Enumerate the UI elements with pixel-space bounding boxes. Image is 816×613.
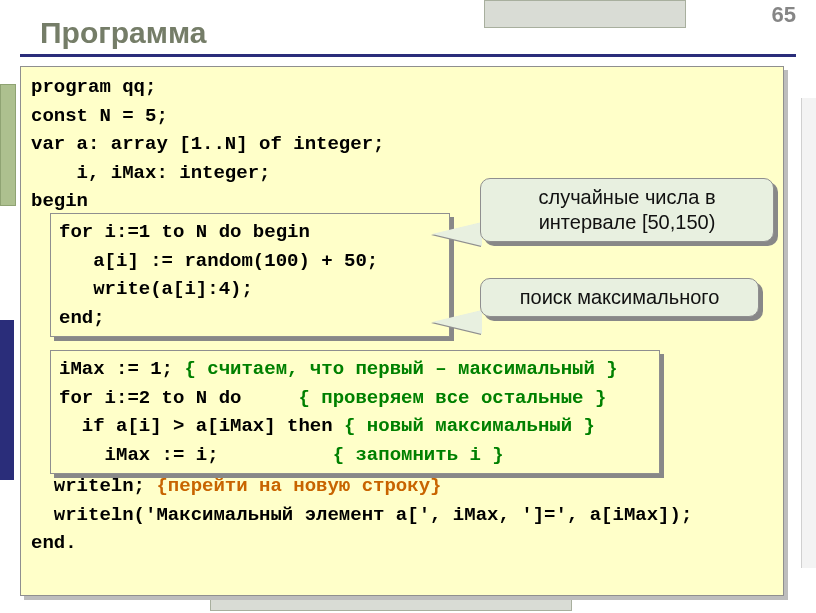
- spacer: [31, 333, 42, 355]
- spacer: [31, 276, 42, 298]
- code: iMax := 1; { считаем, что первый – макси…: [59, 355, 651, 469]
- decor-bottom: [210, 599, 572, 611]
- spacer: [31, 361, 42, 383]
- line: for i:=1 to N do begin: [59, 221, 310, 243]
- spacer: [31, 304, 42, 326]
- callout-random-range: случайные числа в интервале [50,150): [480, 178, 774, 242]
- line: const N = 5;: [31, 105, 168, 127]
- line: writeln;: [31, 475, 156, 497]
- callout-tail-icon: [432, 310, 482, 334]
- slide-title: Программа: [40, 16, 206, 50]
- comment: { считаем, что первый – максимальный }: [184, 358, 617, 380]
- code-inset-max: iMax := 1; { считаем, что первый – макси…: [50, 350, 660, 474]
- line: a[i] := random(100) + 50;: [59, 250, 378, 272]
- line: for i:=2 to N do: [59, 387, 298, 409]
- code: for i:=1 to N do begin a[i] := random(10…: [59, 218, 441, 332]
- line: write(a[i]:4);: [59, 278, 253, 300]
- decor-right: [801, 98, 816, 568]
- line: begin: [31, 190, 88, 212]
- line: var a: array [1..N] of integer;: [31, 133, 384, 155]
- line: iMax := 1;: [59, 358, 184, 380]
- line: end;: [59, 307, 105, 329]
- spacer: [31, 418, 42, 440]
- comment: {перейти на новую строку}: [156, 475, 441, 497]
- decor-left-green: [0, 84, 16, 206]
- callout-find-max: поиск максимального: [480, 278, 759, 317]
- spacer: [31, 390, 42, 412]
- line: if a[i] > a[iMax] then: [59, 415, 344, 437]
- line: writeln('Максимальный элемент a[', iMax,…: [31, 504, 692, 526]
- spacer: [31, 247, 42, 269]
- line: iMax := i;: [59, 444, 333, 466]
- page-number: 65: [772, 2, 796, 28]
- line: end.: [31, 532, 77, 554]
- comment: { проверяем все остальные }: [298, 387, 606, 409]
- title-underline: [20, 54, 796, 57]
- line: i, iMax: integer;: [31, 162, 270, 184]
- decor-top-box: [484, 0, 686, 28]
- code-inset-random: for i:=1 to N do begin a[i] := random(10…: [50, 213, 450, 337]
- callout-tail-icon: [432, 222, 482, 246]
- comment: { запомнить i }: [333, 444, 504, 466]
- spacer: [31, 447, 42, 469]
- line: program qq;: [31, 76, 156, 98]
- comment: { новый максимальный }: [344, 415, 595, 437]
- decor-left-navy: [0, 320, 14, 480]
